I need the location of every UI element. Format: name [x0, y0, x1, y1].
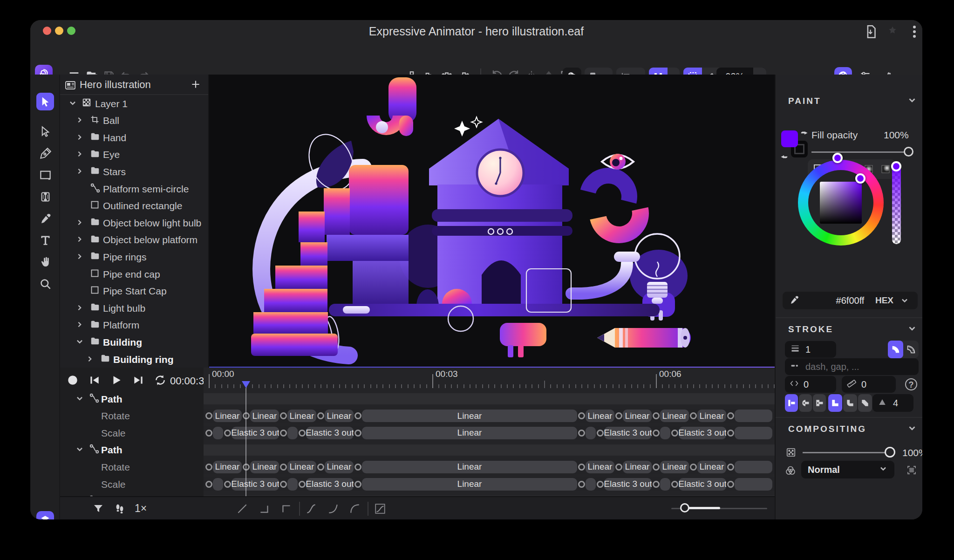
layer-label[interactable]: Building ring [113, 354, 173, 365]
timeline-segment[interactable]: Elastic 3 out [306, 478, 354, 491]
keyframe-icon[interactable] [690, 412, 697, 419]
playback-speed[interactable]: 1× [135, 502, 147, 515]
chevron-right-icon[interactable] [75, 252, 83, 263]
artboard-name[interactable]: Hero illustration [80, 79, 151, 91]
keyframe-icon[interactable] [615, 412, 622, 419]
layer-label[interactable]: Object below platform [103, 234, 198, 246]
timeline-segment[interactable]: Linear [250, 410, 279, 422]
timeline-segment[interactable]: Linear [697, 410, 726, 422]
hex-value[interactable]: #6f00ff [783, 295, 918, 306]
gradient-tool[interactable] [36, 188, 54, 205]
timeline-segment[interactable]: Elastic 3 out [604, 478, 652, 491]
keyframe-icon[interactable] [578, 481, 585, 488]
layer-row[interactable]: Ball [60, 112, 208, 130]
layer-row[interactable]: Object below platform [60, 232, 208, 249]
fill-opacity-slider[interactable] [811, 151, 909, 153]
paint-order-stroke-over-fill[interactable] [903, 341, 919, 358]
layer-row[interactable]: Hand [60, 129, 208, 146]
play-button[interactable] [108, 371, 125, 389]
chevron-right-icon[interactable] [75, 115, 83, 126]
timeline-segment[interactable]: Linear [697, 461, 726, 473]
keyframe-icon[interactable] [727, 481, 734, 488]
keyframe-icon[interactable] [653, 464, 660, 471]
canvas[interactable] [209, 75, 775, 367]
chevron-right-icon[interactable] [75, 149, 83, 160]
layer-row[interactable]: Platform [60, 317, 208, 334]
chevron-down-icon[interactable] [75, 394, 84, 405]
loop-button[interactable] [151, 371, 169, 389]
layer-label[interactable]: Pipe Start Cap [103, 286, 167, 297]
layer-label[interactable]: Hand [103, 132, 126, 143]
keyframe-icon[interactable] [299, 430, 306, 437]
eyedropper-tool[interactable] [36, 210, 54, 227]
layer-label[interactable]: Eye [103, 149, 120, 160]
record-button[interactable] [64, 371, 82, 389]
hex-format-label[interactable]: HEX [875, 295, 893, 306]
timeline-segment[interactable]: Linear [660, 410, 689, 422]
chevron-down-icon[interactable] [75, 337, 84, 348]
timeline-segment[interactable]: Elastic 3 out [679, 427, 726, 439]
track-property-row[interactable]: Rotate [60, 408, 204, 425]
chevron-down-icon[interactable] [907, 323, 917, 335]
easing-ease-in-icon[interactable] [324, 500, 342, 518]
chevron-down-icon[interactable] [907, 423, 917, 435]
layer-label[interactable]: Outlined rectangle [103, 200, 182, 212]
layer-label[interactable]: Stars [103, 166, 126, 178]
join-miter[interactable] [828, 394, 842, 412]
track-property-row[interactable]: Rotate [60, 458, 204, 476]
layer-row[interactable]: Building ring [60, 351, 208, 368]
keyframe-icon[interactable] [690, 464, 697, 471]
paint-section-header[interactable]: PAINT [788, 96, 821, 106]
hue-selector[interactable] [832, 153, 843, 163]
chevron-right-icon[interactable] [75, 234, 83, 246]
keyframe-icon[interactable] [727, 464, 734, 471]
timeline-segment[interactable]: Elastic 3 out [232, 427, 279, 439]
chevron-down-icon[interactable] [907, 95, 917, 107]
track-group-row[interactable]: Path [60, 390, 204, 408]
timeline-segment[interactable]: Elastic 3 out [679, 478, 726, 491]
layer-label[interactable]: Ball [103, 115, 119, 126]
pen-tool[interactable] [36, 144, 54, 162]
isolate-icon[interactable] [906, 464, 917, 478]
layer-label[interactable]: Building [103, 337, 142, 348]
layer-row[interactable]: Outlined rectangle [60, 198, 208, 215]
layers-panel-button[interactable] [36, 511, 54, 519]
keyframe-icon[interactable] [597, 430, 604, 437]
easing-hold-end-icon[interactable] [256, 500, 273, 518]
timeline-segment[interactable]: Linear [660, 461, 689, 473]
chevron-down-icon[interactable] [900, 296, 909, 307]
track-property-label[interactable]: Rotate [101, 410, 130, 422]
keyframe-icon[interactable] [615, 464, 622, 471]
keyframe-icon[interactable] [653, 481, 660, 488]
keyframe-icon[interactable] [205, 464, 212, 471]
timeline-zoom-window[interactable] [686, 507, 720, 509]
swap-fill-stroke-icon[interactable] [779, 148, 790, 160]
track-property-row[interactable]: Scale [60, 476, 204, 493]
keyframe-icon[interactable] [280, 430, 287, 437]
timeline-segment[interactable]: Linear [362, 410, 577, 422]
timeline-segment[interactable] [213, 427, 223, 439]
swap-fill-stroke-icon[interactable] [799, 130, 809, 142]
paint-order-fill-over-stroke[interactable] [888, 341, 903, 358]
timeline-segment[interactable]: Linear [586, 461, 614, 473]
keyframe-icon[interactable] [578, 430, 585, 437]
filter-tracks-icon[interactable] [89, 500, 107, 518]
timeline-segment[interactable]: Linear [287, 461, 316, 473]
timeline-segment[interactable] [287, 478, 298, 491]
track-group-label[interactable]: Path [101, 394, 123, 405]
keyframe-icon[interactable] [354, 430, 361, 437]
easing-linear-icon[interactable] [233, 500, 251, 518]
stroke-width-field[interactable]: 1 [785, 341, 836, 358]
keyframe-icon[interactable] [280, 481, 287, 488]
keyframe-icon[interactable] [205, 412, 212, 419]
stroke-measure-field[interactable]: 0 [842, 376, 896, 393]
timeline-segment[interactable] [287, 427, 298, 439]
layer-label[interactable]: Pipe rings [103, 252, 146, 263]
node-select-tool[interactable] [36, 123, 54, 140]
sv-selector[interactable] [855, 173, 865, 184]
text-tool[interactable] [36, 231, 54, 249]
layer-label[interactable]: Pipe end cap [103, 269, 160, 280]
keyframe-icon[interactable] [671, 430, 678, 437]
easing-ease-out-icon[interactable] [346, 500, 364, 518]
layer-opacity-slider[interactable] [803, 452, 890, 453]
